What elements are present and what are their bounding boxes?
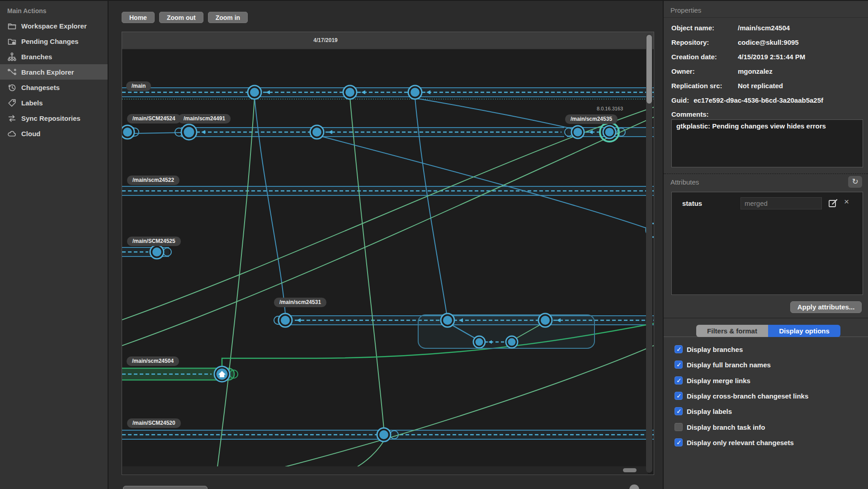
branches-icon [7, 52, 17, 62]
cloud-icon [7, 129, 17, 138]
bottom-toolbar-button[interactable] [123, 486, 208, 489]
sidebar-item-sync-repositories[interactable]: Sync Repositories [0, 110, 108, 126]
sidebar-item-label: Sync Repositories [21, 114, 80, 122]
checkbox-icon [675, 423, 683, 431]
refresh-attributes-button[interactable]: ↻ [848, 176, 862, 188]
vertical-scrollbar-track[interactable] [646, 33, 652, 473]
working-changeset-node [214, 366, 230, 382]
changeset-node [473, 336, 485, 348]
selected-changeset-node [600, 123, 619, 142]
workspace-explorer-icon [7, 21, 17, 31]
changeset-node [441, 313, 454, 327]
checkbox-icon [675, 392, 683, 400]
branch-label-scm24531[interactable]: /main/scm24531 [274, 298, 326, 307]
branch-explorer-workarea: Home Zoom out Zoom in 4/17/2019 [109, 1, 663, 489]
branch-diagram-canvas[interactable]: 4/17/2019 [122, 32, 654, 475]
sidebar-item-branches[interactable]: Branches [0, 49, 108, 64]
property-replication-src: Replication src:Not replicated [671, 82, 783, 90]
branch-label-scm24522[interactable]: /main/scm24522 [127, 176, 179, 185]
checkbox-label: Display only relevant changesets [687, 439, 794, 446]
checkbox-icon [675, 345, 683, 353]
labels-icon [7, 98, 17, 108]
properties-panel: Properties Object name:/main/scm24504 Re… [663, 1, 868, 489]
attributes-title: Attributes [670, 178, 699, 186]
canvas-date-header: 4/17/2019 [122, 32, 654, 49]
changeset-node [248, 85, 261, 99]
branch-label-scm24520[interactable]: /main/SCM24520 [127, 418, 181, 428]
changeset-node [122, 125, 134, 139]
sidebar-item-label: Changesets [21, 84, 60, 91]
checkbox-display-merge-links[interactable]: Display merge links [675, 376, 750, 385]
property-guid: Guid:ec17e592-d9ac-4536-b6cd-3a20aab5a25… [671, 96, 823, 104]
edit-attribute-icon[interactable] [828, 198, 839, 209]
checkbox-icon [675, 407, 683, 415]
horizontal-scrollbar-thumb[interactable] [623, 468, 637, 472]
changeset-node [278, 313, 292, 327]
apply-attributes-button[interactable]: Apply attributes... [790, 301, 862, 313]
sidebar-item-label: Branch Explorer [21, 68, 74, 76]
date-label: 4/17/2019 [313, 37, 337, 43]
tab-display-options[interactable]: Display options [768, 325, 840, 337]
bottom-indicator [629, 484, 639, 489]
checkbox-display-cross-branch-links[interactable]: Display cross-branch changeset links [675, 392, 808, 400]
checkbox-label: Display merge links [687, 377, 750, 385]
tab-filters-format[interactable]: Filters & format [696, 325, 768, 337]
comments-box[interactable]: gtkplastic: Pending changes view hides e… [671, 119, 863, 167]
attribute-value-input[interactable] [741, 197, 822, 209]
changeset-node [408, 85, 422, 99]
checkbox-display-branches[interactable]: Display branches [675, 345, 743, 353]
branch-label-scm24504[interactable]: /main/scm24504 [127, 356, 179, 366]
changeset-nodes[interactable] [122, 85, 654, 442]
checkbox-label: Display full branch names [687, 361, 771, 369]
vertical-scrollbar-thumb[interactable] [646, 35, 652, 104]
sidebar-item-labels[interactable]: Labels [0, 95, 108, 110]
checkbox-icon [675, 438, 683, 446]
checkbox-label: Display branch task info [687, 423, 765, 431]
changeset-node [343, 85, 357, 99]
branch-label-scm24491[interactable]: /main/scm24491 [178, 114, 231, 123]
sidebar-item-label: Workspace Explorer [21, 22, 87, 30]
property-owner: Owner:mgonzalez [671, 67, 773, 75]
branch-label-scm24524[interactable]: /main/SCM24524 [127, 114, 181, 123]
zoom-out-button[interactable]: Zoom out [159, 12, 203, 23]
properties-title: Properties [670, 6, 701, 14]
zoom-in-button[interactable]: Zoom in [208, 12, 248, 23]
checkbox-display-full-branch-names[interactable]: Display full branch names [675, 361, 771, 369]
pending-changes-icon [7, 37, 17, 46]
horizontal-scrollbar-track [123, 466, 648, 474]
branch-label-scm24525[interactable]: /main/SCM24525 [127, 237, 181, 246]
checkbox-display-only-relevant[interactable]: Display only relevant changesets [675, 438, 794, 446]
checkbox-display-branch-task-info[interactable]: Display branch task info [675, 423, 765, 431]
branch-tracks [122, 88, 654, 439]
sidebar-item-label: Branches [21, 53, 52, 61]
changeset-node [377, 428, 391, 442]
attributes-table[interactable]: status × [671, 192, 863, 295]
home-button[interactable]: Home [122, 12, 155, 23]
sidebar: Main Actions Workspace Explorer Pending … [0, 1, 108, 489]
branch-graph[interactable] [122, 49, 654, 467]
property-object-name: Object name:/main/scm24504 [671, 24, 790, 32]
refresh-icon: ↻ [852, 177, 858, 186]
divider [664, 17, 868, 18]
checkbox-label: Display labels [687, 408, 732, 415]
canvas-toolbar: Home Zoom out Zoom in [122, 12, 248, 23]
changeset-node [506, 336, 518, 348]
property-creation-date: Creation date:4/15/2019 2:51:44 PM [671, 53, 805, 61]
branch-label-main[interactable]: /main [126, 81, 151, 91]
merge-links [122, 97, 654, 467]
checkbox-icon [675, 361, 683, 369]
sidebar-item-label: Labels [21, 99, 43, 107]
sidebar-item-label: Cloud [21, 130, 41, 138]
branch-label-scm24535[interactable]: /main/scm24535 [565, 114, 618, 124]
sidebar-item-workspace-explorer[interactable]: Workspace Explorer [0, 18, 108, 33]
sidebar-item-cloud[interactable]: Cloud [0, 126, 108, 141]
sidebar-item-pending-changes[interactable]: Pending Changes [0, 33, 108, 49]
checkbox-label: Display branches [687, 346, 743, 353]
version-label: 8.0.16.3163 [597, 106, 623, 111]
sidebar-item-changesets[interactable]: Changesets [0, 80, 108, 95]
checkbox-display-labels[interactable]: Display labels [675, 407, 732, 415]
remove-attribute-icon[interactable]: × [844, 197, 849, 207]
attribute-name: status [682, 199, 702, 207]
sidebar-title: Main Actions [0, 1, 108, 18]
sidebar-item-branch-explorer[interactable]: Branch Explorer [0, 64, 108, 80]
